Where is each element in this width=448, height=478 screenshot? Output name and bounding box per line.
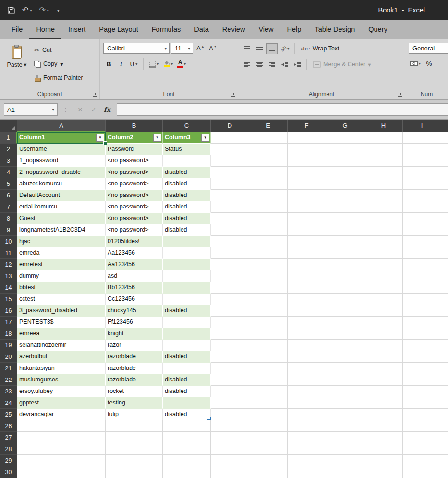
cell-G30[interactable] bbox=[326, 466, 364, 478]
cell-B16[interactable]: chucky145 bbox=[106, 305, 163, 317]
cell-C15[interactable] bbox=[163, 294, 211, 305]
cell-B3[interactable]: <no password> bbox=[106, 155, 163, 167]
cell-B12[interactable]: Aa123456 bbox=[106, 259, 163, 270]
row-header-26[interactable]: 26 bbox=[0, 420, 17, 432]
cell-D22[interactable] bbox=[211, 374, 249, 386]
cell-F26[interactable] bbox=[288, 420, 326, 432]
cell-A18[interactable]: emreea bbox=[17, 328, 106, 340]
cell-J11[interactable] bbox=[441, 247, 448, 259]
cell-C18[interactable] bbox=[163, 328, 211, 340]
cell-G4[interactable] bbox=[326, 167, 364, 178]
cell-I11[interactable] bbox=[403, 247, 441, 259]
cell-A14[interactable]: bbtest bbox=[17, 282, 106, 294]
cell-F24[interactable] bbox=[288, 397, 326, 409]
cell-I5[interactable] bbox=[403, 178, 441, 190]
row-header-29[interactable]: 29 bbox=[0, 455, 17, 466]
cell-G5[interactable] bbox=[326, 178, 364, 190]
cell-A26[interactable] bbox=[17, 420, 106, 432]
cell-G1[interactable] bbox=[326, 132, 364, 144]
cell-I20[interactable] bbox=[403, 351, 441, 363]
cell-I12[interactable] bbox=[403, 259, 441, 270]
cell-G27[interactable] bbox=[326, 432, 364, 443]
cell-B26[interactable] bbox=[106, 420, 163, 432]
cell-J14[interactable] bbox=[441, 282, 448, 294]
italic-button[interactable]: I bbox=[116, 59, 127, 70]
cell-J25[interactable] bbox=[441, 409, 448, 420]
alignment-dialog-launcher-icon[interactable] bbox=[398, 92, 402, 97]
cell-B21[interactable]: razorblade bbox=[106, 363, 163, 374]
cell-C24[interactable] bbox=[163, 397, 211, 409]
cell-D15[interactable] bbox=[211, 294, 249, 305]
cell-C28[interactable] bbox=[163, 443, 211, 455]
cell-A30[interactable] bbox=[17, 466, 106, 478]
cell-H1[interactable] bbox=[364, 132, 403, 144]
cell-E29[interactable] bbox=[249, 455, 288, 466]
cell-A3[interactable]: 1_nopassword bbox=[17, 155, 106, 167]
cell-H25[interactable] bbox=[364, 409, 403, 420]
cell-I10[interactable] bbox=[403, 236, 441, 247]
cell-C22[interactable]: disabled bbox=[163, 374, 211, 386]
cell-F4[interactable] bbox=[288, 167, 326, 178]
cell-F23[interactable] bbox=[288, 386, 326, 397]
top-align-button[interactable] bbox=[242, 43, 253, 54]
tab-data[interactable]: Data bbox=[187, 20, 216, 39]
cell-E9[interactable] bbox=[249, 224, 288, 236]
cell-C5[interactable]: disabled bbox=[163, 178, 211, 190]
cell-E28[interactable] bbox=[249, 443, 288, 455]
filter-button-column1[interactable]: ▾ bbox=[96, 134, 104, 142]
row-header-9[interactable]: 9 bbox=[0, 224, 17, 236]
cell-G6[interactable] bbox=[326, 190, 364, 201]
cell-B19[interactable]: razor bbox=[106, 340, 163, 351]
cell-C17[interactable] bbox=[163, 317, 211, 328]
paste-button[interactable]: Paste▾ bbox=[3, 43, 30, 89]
cell-A10[interactable]: hjac bbox=[17, 236, 106, 247]
cell-B15[interactable]: Cc123456 bbox=[106, 294, 163, 305]
cell-I2[interactable] bbox=[403, 144, 441, 155]
cell-A23[interactable]: ersoy.ulubey bbox=[17, 386, 106, 397]
cell-F6[interactable] bbox=[288, 190, 326, 201]
row-header-28[interactable]: 28 bbox=[0, 443, 17, 455]
cell-H24[interactable] bbox=[364, 397, 403, 409]
row-header-20[interactable]: 20 bbox=[0, 351, 17, 363]
cell-A27[interactable] bbox=[17, 432, 106, 443]
cell-C7[interactable]: disabled bbox=[163, 201, 211, 213]
cut-button[interactable]: ✂Cut bbox=[34, 45, 83, 55]
cell-J1[interactable] bbox=[441, 132, 448, 144]
cell-C26[interactable] bbox=[163, 420, 211, 432]
cell-G16[interactable] bbox=[326, 305, 364, 317]
cell-J22[interactable] bbox=[441, 374, 448, 386]
cell-F13[interactable] bbox=[288, 270, 326, 282]
row-header-1[interactable]: 1 bbox=[0, 132, 17, 144]
cell-D14[interactable] bbox=[211, 282, 249, 294]
tab-help[interactable]: Help bbox=[280, 20, 308, 39]
save-button[interactable] bbox=[5, 3, 18, 17]
cell-D11[interactable] bbox=[211, 247, 249, 259]
cell-E10[interactable] bbox=[249, 236, 288, 247]
cell-E14[interactable] bbox=[249, 282, 288, 294]
cell-C8[interactable]: disabled bbox=[163, 213, 211, 224]
column-header-B[interactable]: B bbox=[106, 120, 163, 132]
cell-F14[interactable] bbox=[288, 282, 326, 294]
accounting-format-button[interactable]: ▾ bbox=[409, 58, 422, 69]
cell-B7[interactable]: <no password> bbox=[106, 201, 163, 213]
row-header-21[interactable]: 21 bbox=[0, 363, 17, 374]
cell-B17[interactable]: Ff123456 bbox=[106, 317, 163, 328]
formula-bar-splitter[interactable]: ⋮ bbox=[62, 106, 69, 113]
bottom-align-button[interactable] bbox=[266, 43, 278, 54]
cell-J6[interactable] bbox=[441, 190, 448, 201]
cell-J19[interactable] bbox=[441, 340, 448, 351]
cell-J8[interactable] bbox=[441, 213, 448, 224]
cell-F12[interactable] bbox=[288, 259, 326, 270]
cell-H9[interactable] bbox=[364, 224, 403, 236]
cell-A16[interactable]: 3_password_disabled bbox=[17, 305, 106, 317]
cell-D27[interactable] bbox=[211, 432, 249, 443]
column-header-E[interactable]: E bbox=[249, 120, 288, 132]
cell-H27[interactable] bbox=[364, 432, 403, 443]
underline-button[interactable]: U▾ bbox=[128, 59, 139, 70]
cell-E20[interactable] bbox=[249, 351, 288, 363]
cell-A13[interactable]: dummy bbox=[17, 270, 106, 282]
row-header-19[interactable]: 19 bbox=[0, 340, 17, 351]
cell-I26[interactable] bbox=[403, 420, 441, 432]
cell-E13[interactable] bbox=[249, 270, 288, 282]
cell-G21[interactable] bbox=[326, 363, 364, 374]
